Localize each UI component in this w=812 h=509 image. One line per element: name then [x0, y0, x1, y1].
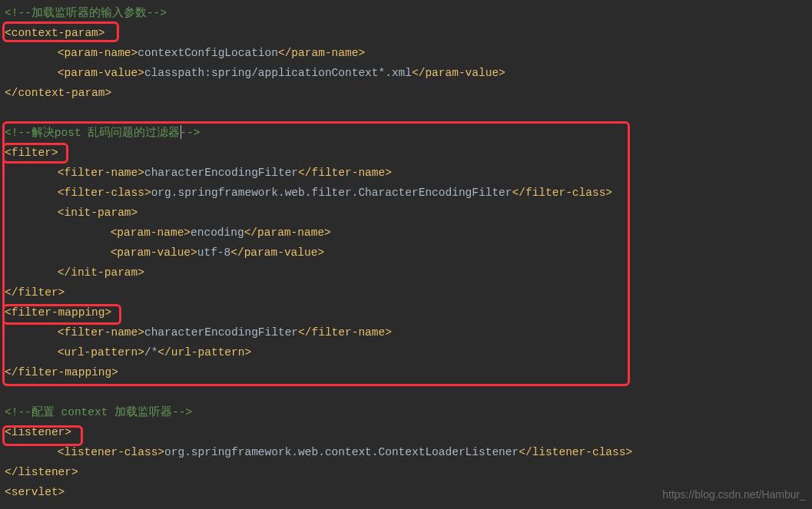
token-tag: </filter-name>	[298, 326, 392, 339]
token-tag: <param-value>	[58, 67, 144, 79]
code-line[interactable]: <param-name>encoding</param-name>	[5, 223, 812, 243]
token-tag: <param-name>	[58, 47, 138, 59]
code-line[interactable]: <filter-mapping>	[5, 302, 812, 322]
code-line[interactable]: <!--配置 context 加载监听器-->	[5, 402, 812, 422]
code-line[interactable]	[5, 382, 812, 402]
code-line[interactable]: <filter-name>characterEncodingFilter</fi…	[5, 163, 812, 183]
token-tag: <filter-class>	[58, 187, 151, 199]
token-tag: <listener>	[5, 426, 71, 438]
token-tag: <servlet>	[5, 486, 65, 498]
code-line[interactable]: <init-param>	[5, 203, 812, 223]
token-txt: characterEncodingFilter	[144, 326, 298, 339]
token-tag: </listener>	[5, 466, 78, 478]
token-txt: classpath:spring/applicationContext*.xml	[144, 67, 412, 79]
code-line[interactable]: </listener>	[5, 462, 812, 482]
watermark: https://blog.csdn.net/Hambur_	[662, 484, 806, 504]
code-line[interactable]: <param-value>utf-8</param-value>	[5, 243, 812, 263]
token-tag: <param-value>	[111, 246, 197, 259]
token-txt: characterEncodingFilter	[144, 167, 298, 179]
token-tag: </filter-class>	[512, 187, 613, 199]
token-tag: <filter-mapping>	[5, 306, 111, 319]
token-tag: <filter-name>	[58, 326, 144, 339]
token-tag: </filter>	[5, 286, 65, 299]
token-cmt: <!--加载监听器的输入参数-->	[5, 7, 167, 19]
token-tag: </filter-mapping>	[5, 366, 118, 378]
code-line[interactable]: <context-param>	[5, 23, 812, 43]
token-tag: </param-value>	[412, 67, 505, 79]
token-tag: <filter-name>	[58, 167, 144, 179]
token-tag: </filter-name>	[298, 167, 392, 179]
token-tag: </param-value>	[230, 246, 324, 259]
token-txt: encoding	[191, 226, 244, 239]
code-line[interactable]: </init-param>	[5, 263, 812, 283]
token-tag: </init-param>	[58, 266, 144, 279]
code-line[interactable]: <url-pattern>/*</url-pattern>	[5, 342, 812, 362]
token-cmt: <!--解决post 乱码问题的过滤器-->	[5, 127, 200, 139]
code-line[interactable]: <filter-name>characterEncodingFilter</fi…	[5, 322, 812, 342]
code-editor[interactable]: <!--加载监听器的输入参数--><context-param> <param-…	[0, 0, 812, 509]
code-line[interactable]: <filter>	[5, 143, 812, 163]
token-tag: <init-param>	[58, 207, 138, 219]
token-txt: org.springframework.web.context.ContextL…	[164, 446, 519, 458]
token-tag: </listener-class>	[519, 446, 632, 458]
token-tag: <listener-class>	[58, 446, 164, 458]
token-tag: </param-name>	[244, 226, 331, 239]
token-tag: </param-name>	[278, 47, 365, 59]
code-line[interactable]: </context-param>	[5, 83, 812, 103]
token-txt: /*	[144, 346, 157, 359]
code-line[interactable]: </filter>	[5, 283, 812, 302]
code-line[interactable]: <filter-class>org.springframework.web.fi…	[5, 183, 812, 203]
code-block[interactable]: <!--加载监听器的输入参数--><context-param> <param-…	[0, 0, 812, 502]
code-line[interactable]: <listener>	[5, 422, 812, 442]
code-line[interactable]: <!--加载监听器的输入参数-->	[5, 3, 812, 23]
code-line[interactable]: <param-value>classpath:spring/applicatio…	[5, 63, 812, 83]
token-cmt: <!--配置 context 加载监听器-->	[5, 406, 192, 418]
token-txt: org.springframework.web.filter.Character…	[151, 187, 512, 199]
code-line[interactable]: <listener-class>org.springframework.web.…	[5, 442, 812, 462]
token-tag: </url-pattern>	[157, 346, 251, 359]
token-tag: <param-name>	[111, 226, 191, 239]
token-tag: <url-pattern>	[58, 346, 144, 359]
token-tag: <filter>	[5, 147, 58, 159]
code-line[interactable]: <param-name>contextConfigLocation</param…	[5, 43, 812, 63]
token-tag: <context-param>	[5, 27, 105, 39]
code-line[interactable]: <!--解决post 乱码问题的过滤器-->	[5, 123, 812, 143]
code-line[interactable]	[5, 103, 812, 123]
token-tag: </context-param>	[5, 87, 111, 99]
code-line[interactable]: </filter-mapping>	[5, 362, 812, 382]
token-txt: contextConfigLocation	[138, 47, 278, 59]
token-txt: utf-8	[197, 246, 231, 259]
